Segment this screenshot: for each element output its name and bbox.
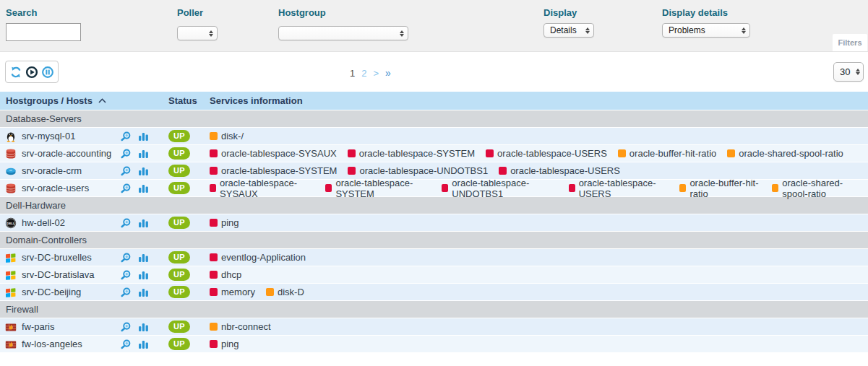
service-item[interactable]: oracle-tablespace-UNDOTBS1 [442, 178, 557, 199]
service-item[interactable]: oracle-buffer-hit-ratio [679, 178, 761, 199]
service-item[interactable]: disk-D [266, 287, 304, 297]
service-item[interactable]: dhcp [210, 269, 241, 280]
magnifier-icon[interactable] [120, 321, 132, 333]
column-services-information[interactable]: Services information [210, 95, 868, 106]
chart-icon[interactable] [138, 131, 149, 141]
service-item[interactable]: disk-/ [210, 131, 244, 141]
service-name[interactable]: memory [221, 287, 255, 297]
next-page-icon[interactable]: > [373, 68, 379, 79]
host-name-link[interactable]: srv-DC-bratislava [22, 269, 94, 280]
service-item[interactable]: nbr-connect [210, 321, 271, 332]
host-name-link[interactable]: fw-paris [22, 321, 55, 332]
magnifier-icon[interactable] [120, 339, 132, 350]
chart-icon[interactable] [138, 321, 149, 332]
chart-icon[interactable] [138, 165, 149, 176]
service-name[interactable]: oracle-tablespace-UNDOTBS1 [359, 165, 488, 176]
search-input[interactable] [6, 23, 81, 41]
refresh-icon[interactable] [9, 66, 22, 79]
service-name[interactable]: nbr-connect [221, 321, 271, 332]
page-2-link[interactable]: 2 [361, 68, 366, 79]
host-name-link[interactable]: srv-DC-bruxelles [22, 252, 92, 263]
service-item[interactable]: oracle-tablespace-USERS [569, 178, 669, 199]
magnifier-icon[interactable] [120, 131, 132, 142]
service-name[interactable]: oracle-shared-spool-ratio [739, 148, 843, 159]
host-name-link[interactable]: srv-DC-beijing [22, 287, 81, 297]
service-name[interactable]: oracle-tablespace-SYSTEM [221, 165, 337, 176]
service-name[interactable]: ping [221, 339, 239, 349]
windows-icon [5, 287, 17, 298]
magnifier-icon[interactable] [120, 148, 132, 160]
poller-select[interactable] [177, 26, 218, 40]
chart-icon[interactable] [138, 269, 149, 280]
chart-icon[interactable] [138, 252, 149, 263]
magnifier-icon[interactable] [120, 269, 132, 281]
magnifier-icon[interactable] [120, 183, 132, 194]
service-item[interactable]: oracle-tablespace-SYSTEM [348, 148, 475, 159]
chart-icon[interactable] [138, 217, 149, 228]
service-item[interactable]: ping [210, 217, 239, 228]
host-name-link[interactable]: fw-los-angeles [22, 339, 82, 349]
chart-icon[interactable] [138, 183, 149, 193]
service-item[interactable]: oracle-shared-spool-ratio [727, 148, 843, 159]
service-item[interactable]: eventlog-Application [210, 252, 306, 263]
filters-button[interactable]: Filters [833, 34, 867, 51]
service-name[interactable]: oracle-tablespace-USERS [579, 178, 669, 199]
service-item[interactable]: oracle-tablespace-SYSAUX [210, 178, 314, 199]
column-status[interactable]: Status [168, 95, 210, 106]
magnifier-icon[interactable] [120, 165, 132, 177]
service-name[interactable]: oracle-buffer-hit-ratio [629, 148, 716, 159]
service-item[interactable]: oracle-buffer-hit-ratio [618, 148, 716, 159]
service-item[interactable]: memory [210, 287, 255, 297]
host-row: fw-los-angelesUPping [0, 336, 868, 353]
service-item[interactable]: oracle-shared-spool-ratio [772, 178, 868, 199]
host-row: srv-mysql-01UPdisk-/ [0, 128, 868, 145]
chart-icon[interactable] [138, 339, 149, 349]
page-1-current[interactable]: 1 [350, 68, 355, 79]
column-hostgroups-hosts[interactable]: Hostgroups / Hosts [0, 95, 168, 106]
host-name-link[interactable]: srv-oracle-crm [22, 165, 82, 176]
page-size-select[interactable]: 30 [833, 62, 864, 82]
service-name[interactable]: disk-/ [221, 131, 244, 141]
page-size-group: 30 [833, 62, 864, 82]
service-item[interactable]: oracle-tablespace-SYSTEM [325, 178, 431, 199]
select-stepper-icon [856, 69, 860, 75]
column-hostgroups-hosts-label: Hostgroups / Hosts [6, 95, 93, 106]
host-name-link[interactable]: hw-dell-02 [22, 217, 65, 228]
service-item[interactable]: ping [210, 339, 239, 349]
service-name[interactable]: oracle-tablespace-USERS [497, 148, 607, 159]
host-name-link[interactable]: srv-oracle-accounting [22, 148, 111, 159]
service-item[interactable]: oracle-tablespace-USERS [499, 165, 620, 176]
service-name[interactable]: oracle-tablespace-SYSAUX [221, 148, 337, 159]
service-name[interactable]: oracle-tablespace-SYSTEM [359, 148, 475, 159]
display-details-select[interactable]: Problems [662, 23, 750, 38]
status-badge: UP [168, 147, 190, 160]
magnifier-icon[interactable] [120, 252, 132, 263]
play-icon[interactable] [25, 66, 38, 79]
host-name-link[interactable]: srv-oracle-users [22, 183, 89, 193]
display-select[interactable]: Details [543, 23, 594, 38]
warning-status-square-icon [727, 149, 735, 157]
service-name[interactable]: dhcp [221, 269, 241, 280]
chart-icon[interactable] [138, 148, 149, 159]
service-name[interactable]: oracle-tablespace-USERS [510, 165, 620, 176]
magnifier-icon[interactable] [120, 217, 132, 229]
host-name-link[interactable]: srv-mysql-01 [22, 131, 75, 141]
hostgroup-select[interactable] [278, 26, 408, 40]
service-item[interactable]: oracle-tablespace-USERS [486, 148, 607, 159]
warning-status-square-icon [618, 149, 626, 157]
chart-icon[interactable] [138, 287, 149, 297]
service-name[interactable]: disk-D [278, 287, 304, 297]
service-name[interactable]: oracle-tablespace-UNDOTBS1 [452, 178, 557, 199]
service-name[interactable]: oracle-shared-spool-ratio [782, 178, 868, 199]
service-item[interactable]: oracle-tablespace-UNDOTBS1 [348, 165, 488, 176]
service-name[interactable]: oracle-buffer-hit-ratio [689, 178, 761, 199]
service-item[interactable]: oracle-tablespace-SYSTEM [210, 165, 337, 176]
service-name[interactable]: ping [221, 217, 239, 228]
service-name[interactable]: eventlog-Application [221, 252, 306, 263]
last-page-icon[interactable]: » [385, 67, 391, 79]
pause-icon[interactable] [41, 66, 54, 79]
service-name[interactable]: oracle-tablespace-SYSTEM [335, 178, 431, 199]
magnifier-icon[interactable] [120, 287, 132, 298]
service-item[interactable]: oracle-tablespace-SYSAUX [210, 148, 337, 159]
service-name[interactable]: oracle-tablespace-SYSAUX [220, 178, 314, 199]
